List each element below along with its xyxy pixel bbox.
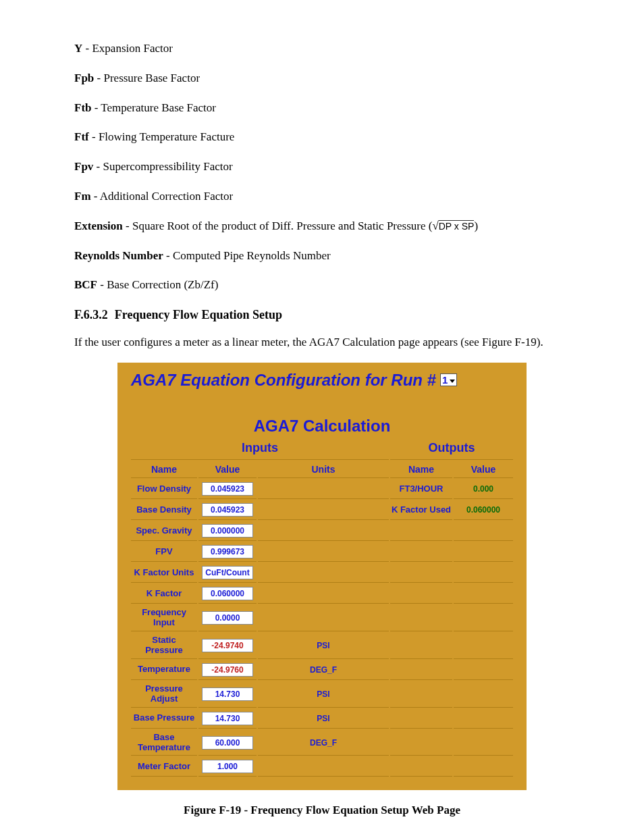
col-value-header: Value: [454, 461, 513, 478]
def-sym: Fpv: [74, 160, 93, 173]
def-desc: Temperature Base Factor: [101, 101, 216, 114]
def-desc: Computed Pipe Reynolds Number: [173, 249, 331, 262]
body-paragraph: If the user configures a meter as a line…: [74, 334, 570, 350]
def-desc: Expansion Factor: [92, 42, 172, 55]
def-sym: Reynolds Number: [74, 249, 163, 262]
input-value[interactable]: 1.000: [202, 760, 253, 773]
def-desc: Pressure Base Factor: [103, 72, 200, 84]
input-value-cell: CuFt/Count: [198, 563, 257, 583]
input-label: Temperature: [131, 660, 197, 680]
input-units: [258, 563, 389, 583]
input-label: K Factor Units: [131, 563, 197, 583]
input-units: PSI: [258, 709, 389, 729]
input-value[interactable]: 60.000: [202, 736, 253, 750]
input-label: Base Pressure: [131, 709, 197, 729]
input-units: [258, 521, 389, 541]
input-value-cell: -24.9740: [198, 633, 257, 659]
input-value[interactable]: 0.0000: [202, 611, 253, 625]
input-value[interactable]: 14.730: [202, 712, 253, 725]
input-value-cell: 0.999673: [198, 542, 257, 562]
input-value-cell: 1.000: [198, 757, 257, 777]
col-value-header: Value: [198, 461, 257, 478]
input-value[interactable]: 0.045923: [202, 482, 253, 496]
output-label: K Factor Used: [390, 500, 452, 520]
calc-title: AGA7 Calculation: [131, 414, 513, 438]
input-value-cell: 0.060000: [198, 584, 257, 604]
input-value-cell: 0.0000: [198, 605, 257, 631]
input-value-cell: 0.000000: [198, 521, 257, 541]
input-value[interactable]: 0.000000: [202, 524, 253, 538]
input-label: Frequency Input: [131, 605, 197, 631]
def-desc: Additional Correction Factor: [100, 190, 233, 203]
run-number-select[interactable]: 1: [440, 373, 457, 386]
outputs-header: Outputs: [390, 440, 513, 460]
input-value[interactable]: 0.045923: [202, 503, 253, 517]
inputs-header: Inputs: [131, 440, 389, 460]
input-units: [258, 584, 389, 604]
output-label: FT3/HOUR: [390, 479, 452, 499]
def-sym: Fm: [74, 190, 91, 203]
input-label: K Factor: [131, 584, 197, 604]
input-value-cell: 0.045923: [198, 479, 257, 499]
input-label: FPV: [131, 542, 197, 562]
input-label: Meter Factor: [131, 757, 197, 777]
input-value[interactable]: 0.060000: [202, 587, 253, 600]
input-value-cell: 60.000: [198, 730, 257, 756]
output-value: 0.000: [454, 479, 513, 499]
input-label: Base Temperature: [131, 730, 197, 756]
input-value-cell: 14.730: [198, 681, 257, 708]
aga7-panel: AGA7 Equation Configuration for Run # 1 …: [117, 363, 527, 791]
input-units: PSI: [258, 633, 389, 659]
input-units: [258, 757, 389, 777]
def-desc: Square Root of the product of Diff. Pres…: [132, 219, 432, 232]
col-name-header: Name: [390, 461, 452, 478]
col-name-header: Name: [131, 461, 197, 478]
input-value-cell: 0.045923: [198, 500, 257, 520]
figure-container: AGA7 Equation Configuration for Run # 1 …: [74, 363, 570, 791]
input-value[interactable]: -24.9760: [202, 663, 253, 677]
input-units: DEG_F: [258, 660, 389, 680]
input-label: Spec. Gravity: [131, 521, 197, 541]
input-label: Pressure Adjust: [131, 681, 197, 708]
input-units: [258, 605, 389, 631]
def-desc: Base Correction (Zb/Zf): [107, 278, 218, 291]
section-heading: F.6.3.2Frequency Flow Equation Setup: [74, 308, 570, 322]
def-sym: Fpb: [74, 72, 94, 84]
input-label: Base Density: [131, 500, 197, 520]
input-label: Static Pressure: [131, 633, 197, 659]
def-sym: Y: [74, 42, 82, 55]
output-value: 0.060000: [454, 500, 513, 520]
sqrt-expr: DP x SP: [439, 220, 475, 232]
figure-caption: Figure F-19 - Frequency Flow Equation Se…: [74, 804, 570, 817]
definition-list: Y - Expansion Factor Fpb - Pressure Base…: [74, 41, 570, 293]
def-sym: Extension: [74, 219, 123, 232]
def-sym: Ftf: [74, 130, 89, 143]
aga7-title: AGA7 Equation Configuration for Run # 1: [131, 371, 514, 390]
section-title: Frequency Flow Equation Setup: [115, 308, 282, 321]
def-sym: Ftb: [74, 101, 92, 114]
section-number: F.6.3.2: [74, 308, 108, 321]
input-label: Flow Density: [131, 479, 197, 499]
input-units: DEG_F: [258, 730, 389, 756]
input-units: [258, 479, 389, 499]
input-units: PSI: [258, 681, 389, 708]
input-units: [258, 542, 389, 562]
def-sym: BCF: [74, 278, 97, 291]
def-desc: Supercompressibility Factor: [103, 160, 233, 173]
aga7-calc-table: AGA7 Calculation Inputs Outputs Name Val…: [130, 413, 514, 779]
input-value[interactable]: 14.730: [202, 687, 253, 701]
col-units-header: Units: [258, 461, 389, 478]
input-value-cell: 14.730: [198, 709, 257, 729]
def-desc: Flowing Temperature Facture: [99, 130, 235, 143]
input-value[interactable]: -24.9740: [202, 639, 253, 652]
input-units: [258, 500, 389, 520]
input-value[interactable]: 0.999673: [202, 545, 253, 558]
input-value[interactable]: CuFt/Count: [202, 566, 253, 579]
input-value-cell: -24.9760: [198, 660, 257, 680]
